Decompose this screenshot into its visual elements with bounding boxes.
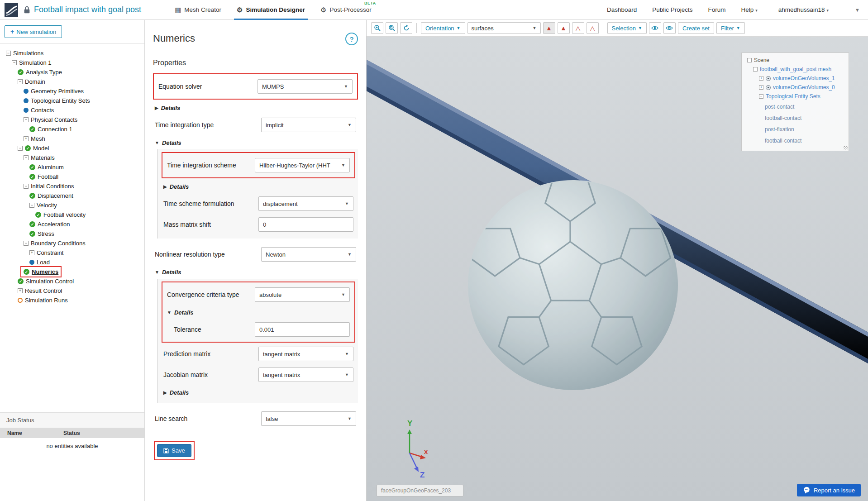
zoom-in-button[interactable] <box>371 22 383 34</box>
zoom-fit-button[interactable] <box>386 22 398 34</box>
scene-tree-item[interactable]: post-contact <box>765 101 794 112</box>
render-mode-select[interactable]: surfaces ▼ <box>467 22 541 34</box>
tree-item[interactable]: Mesh <box>21 134 48 143</box>
tree-item[interactable]: Simulations <box>4 48 46 58</box>
tree-item[interactable]: Topological Entity Sets <box>21 96 92 105</box>
report-issue-button[interactable]: Report an issue <box>797 484 861 496</box>
equation-solver-select[interactable]: MUMPS ▼ <box>258 79 353 94</box>
expand-toggle-icon[interactable] <box>24 184 29 189</box>
mesh-quality-solid-button[interactable]: ▲ <box>543 22 555 34</box>
user-menu[interactable]: ahmedhussain18▾ <box>778 6 829 13</box>
expand-toggle-icon[interactable] <box>29 250 34 255</box>
time-scheme-formulation-select[interactable]: displacement ▼ <box>258 196 353 211</box>
orientation-button[interactable]: Orientation ▼ <box>421 22 465 34</box>
scene-tree-item[interactable]: volumeOnGeoVolumes_0 <box>759 83 835 92</box>
time-integration-scheme-select[interactable]: Hilber-Hughes-Taylor (HHT ▼ <box>255 158 350 172</box>
selection-button[interactable]: Selection ▼ <box>607 22 647 34</box>
tree-item[interactable]: Domain <box>15 77 48 86</box>
expand-toggle-icon[interactable] <box>6 51 11 56</box>
tree-item[interactable]: Simulation Runs <box>15 296 70 305</box>
help-button[interactable]: ? <box>345 33 358 45</box>
tree-item[interactable]: Contacts <box>21 105 56 115</box>
expand-toggle-icon[interactable] <box>18 288 23 293</box>
mesh-quality-solid2-button[interactable]: ▲ <box>558 22 570 34</box>
tree-item[interactable]: Analysis Type <box>15 67 64 77</box>
mass-matrix-shift-input[interactable] <box>258 217 353 232</box>
tree-item[interactable]: Physical Contacts <box>21 115 80 124</box>
football-model[interactable] <box>468 174 678 390</box>
line-search-select[interactable]: false ▼ <box>261 411 356 426</box>
prediction-matrix-select[interactable]: tangent matrix ▼ <box>258 347 353 361</box>
scene-tree-overlay[interactable]: Scene football_with_goal_post mesh volum… <box>741 52 849 151</box>
show-all-button[interactable] <box>663 22 676 34</box>
tree-item[interactable]: Simulation Control <box>15 277 76 286</box>
reset-view-button[interactable] <box>400 22 412 34</box>
tree-item[interactable]: Velocity <box>27 200 59 210</box>
time-integration-type-select[interactable]: implicit ▼ <box>261 118 356 132</box>
nonlinear-resolution-type-select[interactable]: Newton ▼ <box>261 247 356 262</box>
nav-dashboard[interactable]: Dashboard <box>607 6 637 13</box>
tree-item[interactable]: Football <box>27 172 61 181</box>
expand-toggle-icon[interactable] <box>759 76 763 81</box>
details-toggle-expanded[interactable]: ▼ Details <box>153 135 358 149</box>
scene-tree-item[interactable]: Scene <box>747 56 769 65</box>
expand-toggle-icon[interactable] <box>24 155 29 160</box>
save-button[interactable]: Save <box>157 444 191 457</box>
scene-tree-item[interactable]: football-contact <box>765 135 801 146</box>
tree-item[interactable]: Stress <box>27 229 57 239</box>
tree-item[interactable]: Boundary Conditions <box>21 239 88 248</box>
filter-button[interactable]: Filter ▼ <box>716 22 745 34</box>
scene-tree-item[interactable]: Topological Entity Sets <box>759 92 820 101</box>
tab-simulation-designer[interactable]: ⚙ Simulation Designer <box>231 0 310 20</box>
tree-item[interactable]: Constraint <box>27 248 66 258</box>
scene-tree-item[interactable]: post-fixation <box>765 124 794 135</box>
jacobian-matrix-select[interactable]: tangent matrix ▼ <box>258 367 353 382</box>
nav-help-menu[interactable]: Help▾ <box>741 6 757 13</box>
expand-toggle-icon[interactable] <box>747 58 752 62</box>
details-toggle-collapsed[interactable]: ▶ Details <box>162 179 355 193</box>
expand-toggle-icon[interactable] <box>12 60 17 65</box>
tree-item[interactable]: Acceleration <box>27 219 72 229</box>
convergence-criteria-type-select[interactable]: absolute ▼ <box>255 287 350 302</box>
nav-forum[interactable]: Forum <box>708 6 725 13</box>
tree-item[interactable]: Model <box>15 143 51 153</box>
expand-toggle-icon[interactable] <box>18 146 23 151</box>
tree-item[interactable]: Numerics <box>21 267 61 277</box>
details-toggle-expanded[interactable]: ▼ Details <box>165 305 352 319</box>
tree-item[interactable]: Materials <box>21 153 57 162</box>
tab-mesh-creator[interactable]: ▦ Mesh Creator <box>169 0 227 20</box>
details-toggle-collapsed[interactable]: ▶ Details <box>162 385 355 399</box>
show-hide-button[interactable] <box>649 22 661 34</box>
details-toggle-expanded[interactable]: ▼ Details <box>153 265 358 279</box>
expand-toggle-icon[interactable] <box>753 67 758 72</box>
scene-tree-item[interactable]: football_with_goal_post mesh <box>753 65 831 74</box>
create-set-button[interactable]: Create set <box>678 22 714 34</box>
expand-toggle-icon[interactable] <box>759 94 763 99</box>
tree-item[interactable]: Aluminum <box>27 162 66 172</box>
expand-toggle-icon[interactable] <box>24 241 29 246</box>
scene-tree-item[interactable]: volumeOnGeoVolumes_1 <box>759 74 835 83</box>
window-chevron-down-icon[interactable]: ▼ <box>855 7 860 13</box>
tree-item[interactable]: Simulation 1 <box>10 58 54 67</box>
expand-toggle-icon[interactable] <box>759 85 763 90</box>
tab-post-processor[interactable]: BETA ⚙ Post-Processor <box>315 0 377 20</box>
expand-toggle-icon[interactable] <box>24 117 29 122</box>
tolerance-input[interactable] <box>255 322 350 337</box>
new-simulation-button[interactable]: + New simulation <box>5 25 62 38</box>
tree-item[interactable]: Geometry Primitives <box>21 86 86 96</box>
mesh-quality-outline-button[interactable]: △ <box>572 22 584 34</box>
tree-item[interactable]: Football velocity <box>33 210 88 219</box>
tree-item[interactable]: Result Control <box>15 286 64 296</box>
tree-item[interactable]: Initial Conditions <box>21 181 76 191</box>
expand-toggle-icon[interactable] <box>29 203 34 208</box>
nav-public-projects[interactable]: Public Projects <box>652 6 692 13</box>
tree-item[interactable]: Displacement <box>27 191 76 200</box>
expand-toggle-icon[interactable] <box>18 79 23 84</box>
face-group-label[interactable]: faceGroupOnGeoFaces_203 <box>377 485 463 496</box>
mesh-quality-outline2-button[interactable]: △ <box>587 22 599 34</box>
tree-item[interactable]: Connection 1 <box>27 124 75 134</box>
details-toggle-collapsed[interactable]: ▶ Details <box>153 100 358 115</box>
expand-toggle-icon[interactable] <box>24 136 29 141</box>
tree-item[interactable]: Load <box>27 258 52 267</box>
scene-tree-item[interactable]: football-contact <box>765 112 801 124</box>
